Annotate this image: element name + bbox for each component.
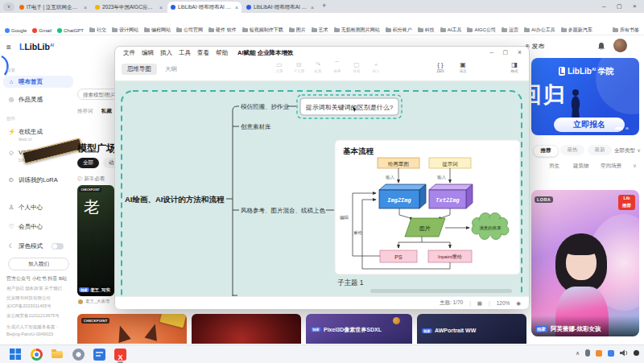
promo-ribbon[interactable] [22,138,82,163]
tag-building[interactable]: 建筑物 [573,163,589,170]
tag-scene[interactable]: 空间场景 [601,163,621,170]
menu-view[interactable]: 查看 [197,49,209,57]
zoom-level[interactable]: 120% [497,300,510,306]
user-avatar[interactable] [613,39,627,52]
bookmark-folder[interactable]: 积分账户 [386,27,412,34]
bookmark-folder[interactable]: 编程网站 [144,27,171,34]
model-card-awportrait[interactable]: 独家 AWPortrait WW [417,314,526,344]
taskbar-chrome[interactable] [31,349,43,361]
volume-icon[interactable] [620,349,628,357]
model-card-laowang[interactable]: CHECKPOINT 老 独家 老王_写实 [77,185,114,296]
hotword-tab[interactable]: 私藏 [101,108,112,115]
tool-subtopic[interactable]: ⊟子主题 [289,61,308,73]
bookmark-folder[interactable]: 运营 [502,27,518,34]
menu-help[interactable]: 帮助 [216,49,228,57]
sidebar-item-train-lora[interactable]: ⊙训练我的LoRA [3,174,73,186]
bookmark-item[interactable]: Google [5,28,27,33]
taskbar-app-gray[interactable] [72,349,85,361]
flowchart-image[interactable]: 基本流程 绘画草图 提示词 输入 输入 Img2Img [335,140,520,274]
bookmark-folder[interactable]: 社交 [89,27,106,34]
browser-tab-3-active[interactable]: LibLibAI·哩布哩布AI - 中国领× [167,2,242,13]
browser-tab-4[interactable]: LibLibAI·哩布哩布AI - 中国领× [243,2,317,13]
tray-app-orange-icon[interactable] [596,350,602,357]
sidebar-item-profile[interactable]: ♙个人中心 [3,201,73,213]
tab-mindmap[interactable]: 思维导图 [122,64,157,75]
author-avatar[interactable] [78,299,83,304]
tray-app-blue-icon[interactable] [608,350,614,357]
tool-insert[interactable]: +插入 [366,61,386,73]
mindmap-canvas[interactable]: AI绘画、AI设计的方法和流程 模仿照搬、抄作业 创意素材库 风格参考、图片混合… [115,81,529,296]
tab-close-icon[interactable]: × [159,5,163,10]
floating-topic-text[interactable]: 提示词和关键词的区别是什么? [306,104,394,111]
sort-tab-hottest[interactable]: 最热 [560,145,584,155]
window-maximize-button[interactable]: ▢ [502,49,508,56]
browser-tab-1[interactable]: IT电子 | 泛互联网企业投资资讯× [16,2,90,13]
model-card-fox[interactable]: CHECKPOINT [77,314,187,344]
window-minimize-button[interactable]: – [490,48,493,56]
social-links[interactable]: 官方公众号 小红书 抖音 B站 [6,275,74,283]
bookmark-folder[interactable]: 艺术 [312,27,328,34]
new-tab-button[interactable]: + [322,2,326,10]
taskbar-xmind-active[interactable]: X [114,349,126,361]
root-topic[interactable]: AI绘画、AI设计的方法和流程 [125,195,225,204]
tag-boy[interactable]: 男生 [549,163,559,170]
browser-maximize-button[interactable]: ▢ [617,3,622,10]
carousel-dot-active[interactable] [615,127,623,130]
sort-tab-newest[interactable]: 最新 [588,145,612,155]
bookmark-folder[interactable]: AI工具 [440,27,462,34]
author-name[interactable]: 老王_大表哥 [85,299,110,304]
mic-icon[interactable] [585,349,590,357]
bookmark-folder[interactable]: 图片 [289,27,306,34]
newbie-guide-link[interactable]: ◎ 新手必看 [77,175,105,183]
notification-bell-icon[interactable] [597,42,605,51]
taskbar-file-explorer[interactable] [52,349,64,361]
bookmark-item[interactable]: Gmail [32,28,52,33]
tab-close-icon[interactable]: × [235,5,238,10]
carousel-dot[interactable] [625,127,629,130]
liblib-logo[interactable]: LLibLibAI [19,42,54,52]
model-card-red[interactable] [192,314,301,344]
tool-format-panel[interactable]: ◨格式 [505,61,524,73]
subtopic-label[interactable]: 子主题 1 [337,278,364,287]
filter-pill-all[interactable]: 全部 [77,158,99,168]
sidebar-item-membership[interactable]: ♡会员中心 [3,221,73,233]
hamburger-menu-icon[interactable]: ≡ [6,43,11,52]
tool-present[interactable]: ▣演示 [453,61,473,73]
start-button[interactable] [10,349,22,361]
sidebar-item-online-generate[interactable]: ⚡在线生成 [3,126,73,138]
tool-zen-mode[interactable]: { }ZEN [431,61,450,73]
type-filter-dropdown[interactable]: 全部类型 ∨ [614,147,641,155]
legal-links[interactable]: 用户协议 隐私政策 关于我们 [6,285,74,292]
sort-tab-recommended[interactable]: 推荐 [533,145,559,157]
tool-topic[interactable]: ▭主题 [270,61,289,73]
academy-banner[interactable]: L LibLibAI 学院 回归 立即报名 [531,58,639,135]
branch-material-library[interactable]: 创意素材库 [241,123,271,130]
tab-close-icon[interactable]: × [84,5,87,10]
menu-insert[interactable]: 插入 [160,49,172,57]
window-close-button[interactable]: × [518,48,522,56]
bookmark-folder[interactable]: 设计网站 [112,27,138,34]
tool-summary[interactable]: ⌒概要 [328,61,347,73]
sidebar-item-home[interactable]: ⌂哩布首页 [3,76,73,88]
bookmark-folder[interactable]: 参观新汽车 [561,27,592,34]
tab-close-icon[interactable]: × [311,5,314,10]
bookmark-folder[interactable]: AIGC公司 [467,27,496,34]
banner-cta-button[interactable]: 立即报名 [554,118,625,132]
branch-style-reference[interactable]: 风格参考、图片混合、线稿上色 [241,207,326,214]
canvas-horizontal-scrollbar[interactable] [370,289,512,293]
bookmark-folder[interactable]: AI办公工具 [524,27,555,34]
tags-expand-chevron[interactable]: ∨ [633,163,637,169]
bookmark-folder[interactable]: 无损检测图片网站 [334,27,380,34]
browser-minimize-button[interactable]: – [602,2,605,10]
dark-mode-toggle[interactable] [52,243,64,250]
model-card-pixel3d[interactable]: 独家 Pixel3D像素世界SDXL [306,314,412,344]
browser-tab-2[interactable]: 2023年中国AIGC应用研究报告× [92,2,166,13]
taskbar-app-blue[interactable] [93,349,105,361]
tool-boundary[interactable]: ▢外框 [347,61,366,73]
all-bookmarks-button[interactable]: 所有书签 [608,27,639,34]
tips-icon[interactable]: ◉ [516,300,521,307]
bookmark-item[interactable]: ChatGPT [57,28,84,33]
join-us-button[interactable]: 加入我们 [8,258,69,270]
menu-file[interactable]: 文件 [123,49,135,57]
tab-outline[interactable]: 大纲 [165,65,177,73]
